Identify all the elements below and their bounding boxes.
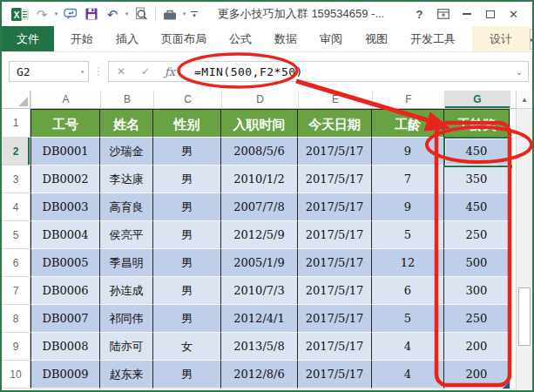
cell-B9[interactable]: 陆亦可 — [100, 333, 153, 361]
cell-G3[interactable]: 350 — [444, 166, 510, 193]
cell-F7[interactable]: 6 — [372, 277, 444, 305]
cell-B8[interactable]: 祁同伟 — [100, 305, 153, 333]
formula-bar-expand-icon[interactable]: ⌄ — [510, 67, 528, 77]
cell-A4[interactable]: DB0003 — [30, 193, 100, 221]
row-header-3[interactable]: 3 — [2, 166, 30, 193]
name-box-dropdown-icon[interactable]: ▾ — [80, 68, 84, 76]
cell-A10[interactable]: DB0009 — [30, 361, 100, 389]
cell-A7[interactable]: DB0006 — [30, 277, 100, 305]
cell-B6[interactable]: 季昌明 — [100, 249, 153, 277]
cell-C4[interactable]: 男 — [153, 193, 221, 221]
cell-G6[interactable]: 500 — [444, 249, 510, 277]
cell-E9[interactable]: 2017/5/17 — [298, 333, 372, 361]
cell-F10[interactable]: 4 — [372, 361, 444, 389]
tab-数据[interactable]: 数据 — [263, 26, 308, 51]
column-header-A[interactable]: A — [30, 91, 100, 109]
column-header-D[interactable]: D — [221, 91, 298, 109]
cell-A9[interactable]: DB0008 — [30, 333, 100, 361]
row-header-10[interactable]: 10 — [2, 361, 30, 389]
cell-F9[interactable]: 4 — [372, 333, 444, 361]
cell-E4[interactable]: 2017/5/17 — [298, 193, 372, 221]
enter-button[interactable]: ✓ — [133, 65, 158, 78]
cell-C5[interactable]: 男 — [153, 221, 221, 249]
cell-D7[interactable]: 2010/7/3 — [221, 277, 298, 305]
cell-B7[interactable]: 孙连成 — [100, 277, 153, 305]
undo-button[interactable]: ↶ — [102, 4, 123, 24]
tab-插入[interactable]: 插入 — [105, 26, 150, 51]
cell-C7[interactable]: 男 — [153, 277, 221, 305]
save-button[interactable] — [81, 4, 102, 24]
row-header-8[interactable]: 8 — [2, 305, 30, 333]
formula-input[interactable]: =MIN(500,F2*50) — [182, 65, 510, 78]
cell-E3[interactable]: 2017/5/17 — [298, 166, 372, 193]
column-header-G[interactable]: G — [444, 91, 510, 109]
cell-G9[interactable]: 200 — [444, 333, 510, 361]
tab-公式[interactable]: 公式 — [218, 26, 263, 51]
cell-B2[interactable]: 沙瑞金 — [100, 138, 153, 166]
cell-G7[interactable]: 300 — [444, 277, 510, 305]
cell-D10[interactable]: 2012/8/6 — [221, 361, 298, 389]
cell-F6[interactable]: 12 — [372, 249, 444, 277]
tab-页面布局[interactable]: 页面布局 — [150, 26, 218, 51]
cell-G5[interactable]: 250 — [444, 221, 510, 249]
print-preview-button[interactable] — [131, 4, 152, 24]
scrollbar-thumb[interactable] — [518, 287, 531, 346]
cell-B10[interactable]: 赵东来 — [100, 361, 153, 389]
cell-C9[interactable]: 女 — [153, 333, 221, 361]
redo-dropdown-icon[interactable]: ▾ — [52, 10, 60, 17]
cell-D6[interactable]: 2005/1/9 — [221, 249, 298, 277]
touch-mode-icon[interactable] — [60, 4, 81, 24]
close-button[interactable]: ✕ — [502, 4, 525, 24]
column-header-F[interactable]: F — [372, 91, 444, 109]
help-button[interactable]: ? — [408, 4, 431, 24]
cell-C6[interactable]: 男 — [153, 249, 221, 277]
cell-F8[interactable]: 5 — [372, 305, 444, 333]
toolbox-button[interactable] — [159, 4, 180, 24]
undo-dropdown-icon[interactable]: ▾ — [123, 10, 131, 17]
row-header-4[interactable]: 4 — [2, 193, 30, 221]
cell-A5[interactable]: DB0004 — [30, 221, 100, 249]
cell-B3[interactable]: 李达康 — [100, 166, 153, 193]
cell-G4[interactable]: 450 — [444, 193, 510, 221]
cell-D9[interactable]: 2013/5/8 — [221, 333, 298, 361]
cell-G2[interactable]: 450 — [444, 138, 510, 166]
row-header-7[interactable]: 7 — [2, 277, 30, 305]
cell-D5[interactable]: 2012/5/9 — [221, 221, 298, 249]
cell-C3[interactable]: 男 — [153, 166, 221, 193]
maximize-button[interactable] — [478, 4, 502, 24]
ribbon-display-options-button[interactable] — [431, 4, 455, 24]
tab-文件[interactable]: 文件 — [2, 26, 54, 51]
column-header-C[interactable]: C — [153, 91, 221, 109]
cell-F5[interactable]: 5 — [372, 221, 444, 249]
cell-F4[interactable]: 9 — [372, 193, 444, 221]
cell-A8[interactable]: DB0007 — [30, 305, 100, 333]
cell-D8[interactable]: 2012/4/1 — [221, 305, 298, 333]
cell-D2[interactable]: 2008/5/6 — [221, 138, 298, 166]
cell-G8[interactable]: 250 — [444, 305, 510, 333]
tab-审阅[interactable]: 审阅 — [308, 26, 354, 51]
tab-视图[interactable]: 视图 — [354, 26, 399, 51]
cancel-button[interactable]: ✕ — [109, 65, 133, 78]
cell-C2[interactable]: 男 — [153, 138, 221, 166]
row-header-9[interactable]: 9 — [2, 333, 30, 361]
name-box[interactable]: G2 ▾ — [9, 61, 89, 82]
row-header-2[interactable]: 2 — [2, 138, 30, 166]
insert-function-button[interactable]: ƒx — [158, 65, 182, 78]
tab-开始[interactable]: 开始 — [59, 26, 105, 51]
customize-qat-button[interactable]: ▾ — [191, 11, 198, 17]
cell-E8[interactable]: 2017/5/17 — [298, 305, 372, 333]
tab-scroll-right-button[interactable]: ▸ — [530, 29, 534, 50]
minimize-button[interactable] — [455, 4, 478, 24]
cell-C10[interactable]: 男 — [153, 361, 221, 389]
redo-button[interactable]: ↷ — [31, 4, 52, 24]
scroll-up-icon[interactable]: ▲ — [517, 91, 532, 109]
column-header-E[interactable]: E — [298, 91, 372, 109]
toolbox-dropdown-icon[interactable]: ▾ — [180, 10, 188, 17]
vertical-scrollbar[interactable]: ▲ — [516, 91, 532, 392]
cell-A2[interactable]: DB0001 — [30, 138, 100, 166]
cell-D4[interactable]: 2007/7/8 — [221, 193, 298, 221]
cell-F3[interactable]: 7 — [372, 166, 444, 193]
cell-B4[interactable]: 高育良 — [100, 193, 153, 221]
row-header-5[interactable]: 5 — [2, 221, 30, 249]
cell-A6[interactable]: DB0005 — [30, 249, 100, 277]
